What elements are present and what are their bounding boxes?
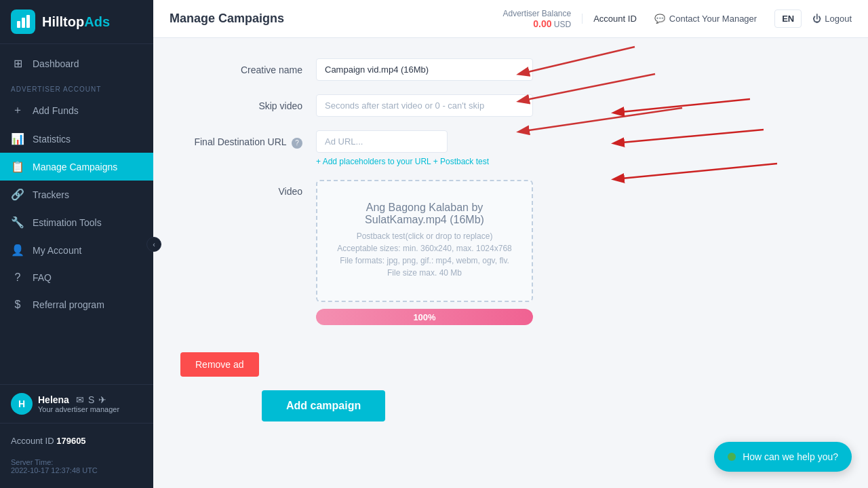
- sidebar-item-trackers[interactable]: 🔗 Trackers: [0, 181, 153, 208]
- statistics-icon: 📊: [11, 132, 24, 145]
- ad-url-input[interactable]: [316, 130, 448, 153]
- sidebar-item-referral-label: Referral program: [33, 299, 104, 310]
- logout-icon: ⏻: [812, 14, 821, 24]
- topbar-account-id: Account ID: [582, 14, 637, 24]
- sidebar-item-my-account-label: My Account: [33, 245, 81, 256]
- server-time-value: 2022-10-17 12:37:48 UTC: [11, 466, 98, 474]
- svg-rect-2: [26, 15, 30, 28]
- content: Creative name Skip video Final Destinati…: [153, 38, 868, 488]
- progress-bar: 100%: [316, 309, 533, 325]
- progress-bar-wrapper: 100%: [316, 309, 533, 325]
- advertiser-account-section: ADVERTISER ACCOUNT: [0, 77, 153, 96]
- chat-online-dot: [728, 453, 736, 461]
- topbar: Manage Campaigns Advertiser Balance 0.00…: [153, 0, 868, 38]
- sidebar-item-statistics-label: Statistics: [33, 134, 71, 145]
- skip-video-label: Skip video: [180, 94, 316, 111]
- video-upload-area[interactable]: Ang Bagong Kalaban by SulatKamay.mp4 (16…: [316, 180, 533, 302]
- add-campaign-button[interactable]: Add campaign: [262, 390, 385, 421]
- url-field-group: + Add placeholders to your URL + Postbac…: [316, 130, 489, 166]
- progress-bar-text: 100%: [413, 312, 435, 322]
- faq-icon: ?: [11, 271, 24, 284]
- trackers-icon: 🔗: [11, 188, 24, 201]
- contact-label: Contact Your Manager: [669, 14, 757, 24]
- skip-video-input[interactable]: [316, 94, 533, 117]
- logo-icon: [11, 10, 35, 34]
- creative-name-input[interactable]: [316, 58, 533, 81]
- add-placeholders-link[interactable]: + Add placeholders to your URL + Postbac…: [316, 157, 489, 166]
- referral-icon: $: [11, 299, 24, 311]
- sidebar-item-manage-campaigns-label: Manage Campaigns: [33, 162, 117, 172]
- estimation-tools-icon: 🔧: [11, 216, 24, 229]
- action-buttons: Remove ad: [180, 339, 723, 377]
- balance-amount: 0.00: [533, 18, 551, 29]
- sidebar-item-faq-label: FAQ: [33, 272, 52, 283]
- sidebar-item-dashboard-label: Dashboard: [33, 58, 79, 69]
- sidebar-item-estimation-tools-label: Estimation Tools: [33, 217, 102, 228]
- final-destination-row: Final Destination URL ? + Add placeholde…: [180, 130, 723, 166]
- skip-video-row: Skip video: [180, 94, 723, 117]
- sidebar-bottom: Account ID 179605 Server Time: 2022-10-1…: [0, 423, 153, 488]
- video-title: Ang Bagong Kalaban by SulatKamay.mp4 (16…: [331, 202, 518, 226]
- manager-telegram-icon[interactable]: ✈: [98, 394, 106, 405]
- creative-name-row: Creative name: [180, 58, 723, 81]
- logout-button[interactable]: ⏻ Logout: [812, 14, 852, 24]
- manager-section: H Helena ✉ S ✈ Your advertiser manager: [0, 384, 153, 423]
- video-sub2: Acceptable sizes: min. 360x240, max. 102…: [331, 244, 518, 253]
- balance-currency: USD: [554, 20, 571, 29]
- help-icon[interactable]: ?: [292, 138, 302, 149]
- sidebar-item-estimation-tools[interactable]: 🔧 Estimation Tools: [0, 208, 153, 236]
- account-id-value: 179605: [56, 436, 85, 446]
- video-sub1: Postback test(click or drop to replace): [331, 231, 518, 241]
- sidebar-item-add-funds-label: Add Funds: [33, 105, 79, 116]
- language-selector[interactable]: EN: [774, 10, 802, 28]
- sidebar-item-referral[interactable]: $ Referral program: [0, 291, 153, 318]
- video-label: Video: [180, 180, 316, 197]
- sidebar-item-add-funds[interactable]: ＋ Add Funds: [0, 96, 153, 125]
- account-id-label: Account ID: [11, 436, 54, 446]
- my-account-icon: 👤: [11, 244, 24, 257]
- creative-name-label: Creative name: [180, 58, 316, 75]
- remove-ad-button[interactable]: Remove ad: [180, 352, 259, 377]
- main: Manage Campaigns Advertiser Balance 0.00…: [153, 0, 868, 488]
- svg-rect-1: [22, 18, 25, 28]
- sidebar-item-manage-campaigns[interactable]: 📋 Manage Campaigns: [0, 153, 153, 181]
- logo-text: HilltopAds: [42, 14, 110, 30]
- sidebar-item-faq[interactable]: ? FAQ: [0, 264, 153, 291]
- sidebar-item-my-account[interactable]: 👤 My Account: [0, 236, 153, 264]
- manager-avatar: H: [11, 393, 33, 415]
- account-id-display: Account ID 179605: [0, 429, 153, 453]
- chat-label: How can we help you?: [743, 451, 838, 462]
- sidebar-logo: HilltopAds: [0, 0, 153, 44]
- sidebar-item-statistics[interactable]: 📊 Statistics: [0, 125, 153, 153]
- advertiser-balance: Advertiser Balance 0.00 USD: [502, 9, 571, 29]
- balance-label: Advertiser Balance: [502, 9, 571, 18]
- final-destination-label: Final Destination URL ?: [180, 130, 316, 149]
- sidebar-nav: ⊞ Dashboard ADVERTISER ACCOUNT ＋ Add Fun…: [0, 44, 153, 384]
- manager-skype-icon[interactable]: S: [88, 394, 94, 405]
- video-upload-group: Ang Bagong Kalaban by SulatKamay.mp4 (16…: [316, 180, 533, 325]
- sidebar-toggle[interactable]: ‹: [146, 237, 161, 252]
- server-time: Server Time: 2022-10-17 12:37:48 UTC: [0, 453, 153, 483]
- manager-sub-label: Your advertiser manager: [38, 405, 119, 413]
- chat-bubble[interactable]: How can we help you?: [714, 442, 852, 472]
- add-campaign-row: Add campaign: [180, 377, 723, 421]
- dashboard-icon: ⊞: [11, 57, 24, 70]
- manager-name: Helena: [38, 394, 69, 405]
- sidebar: HilltopAds ⊞ Dashboard ADVERTISER ACCOUN…: [0, 0, 153, 488]
- add-funds-icon: ＋: [11, 103, 24, 117]
- sidebar-item-dashboard[interactable]: ⊞ Dashboard: [0, 50, 153, 77]
- svg-rect-0: [17, 21, 20, 28]
- manage-campaigns-icon: 📋: [11, 160, 24, 173]
- video-sub3: File formats: jpg, png, gif.: mp4, webm,…: [331, 256, 518, 265]
- form-section: Creative name Skip video Final Destinati…: [180, 58, 723, 421]
- video-row: Video Ang Bagong Kalaban by SulatKamay.m…: [180, 180, 723, 325]
- server-time-label: Server Time:: [11, 458, 53, 466]
- contact-manager-button[interactable]: 💬 Contact Your Manager: [648, 10, 764, 28]
- video-sub4: File size max. 40 Mb: [331, 268, 518, 278]
- sidebar-item-trackers-label: Trackers: [33, 189, 69, 200]
- manager-email-icon[interactable]: ✉: [76, 394, 84, 405]
- contact-icon: 💬: [654, 14, 665, 24]
- logout-label: Logout: [825, 14, 852, 24]
- page-title: Manage Campaigns: [170, 12, 492, 26]
